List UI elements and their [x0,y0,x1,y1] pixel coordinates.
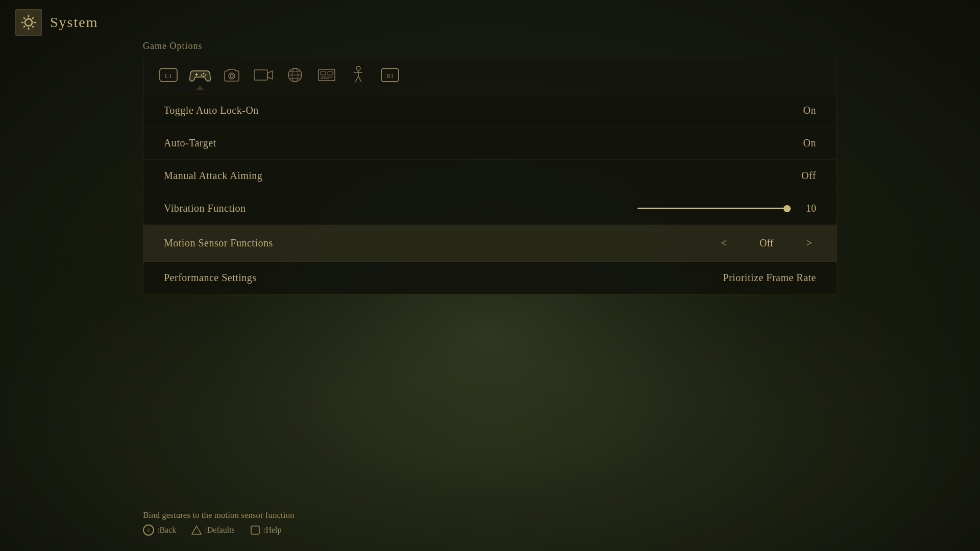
bottom-hint: Bind gestures to the motion sensor funct… [143,510,837,536]
triangle-button [191,525,202,535]
svg-point-31 [356,66,360,70]
vibration-slider-fill [638,208,791,209]
svg-rect-39 [251,526,259,534]
svg-point-17 [201,74,203,76]
hint-defaults-label: :Defaults [205,525,235,535]
svg-rect-20 [254,70,267,80]
motion-sensor-functions-label: Motion Sensor Functions [164,237,327,249]
hint-defaults: :Defaults [191,525,235,535]
auto-target-label: Auto-Target [164,137,327,149]
gear-icon [15,9,42,36]
vibration-function-label: Vibration Function [164,203,327,214]
vibration-slider-thumb[interactable] [783,205,791,212]
svg-point-16 [203,76,205,78]
toggle-auto-lock-on-value: On [803,105,816,116]
performance-settings-label: Performance Settings [164,272,327,284]
svg-line-35 [358,76,361,82]
circle-button: ○ [143,524,154,536]
setting-row-performance-settings[interactable]: Performance Settings Prioritize Frame Ra… [143,262,837,294]
manual-attack-aiming-value: Off [801,170,816,182]
settings-panel: Toggle Auto Lock-On On Auto-Target On Ma… [143,94,837,294]
tab-accessibility[interactable] [344,64,373,89]
tab-camera[interactable] [217,64,247,89]
tab-hud[interactable] [312,64,341,89]
svg-marker-38 [192,526,201,534]
setting-row-motion-sensor-functions[interactable]: Motion Sensor Functions < Off > [143,225,837,262]
page-title: System [50,14,98,31]
hint-help-label: :Help [263,525,282,535]
section-label: Game Options [143,41,837,52]
manual-attack-aiming-label: Manual Attack Aiming [164,170,327,182]
tab-bar: L1 [143,59,837,94]
motion-sensor-prev-button[interactable]: < [717,235,730,251]
hint-back: ○ :Back [143,524,176,536]
motion-sensor-value: Off [746,237,787,249]
hint-back-label: :Back [157,525,176,535]
tab-l1[interactable]: L1 [154,64,183,89]
setting-row-auto-target[interactable]: Auto-Target On [143,127,837,160]
vibration-slider-track[interactable] [638,208,791,209]
tab-controller[interactable] [185,64,215,89]
svg-point-18 [229,73,235,79]
svg-point-15 [205,74,207,76]
main-panel: Game Options L1 [143,41,837,490]
svg-rect-27 [321,71,326,75]
tab-r1[interactable]: R1 [375,64,405,89]
vibration-slider-container[interactable]: 10 [638,203,816,214]
svg-point-14 [203,73,205,74]
toggle-auto-lock-on-label: Toggle Auto Lock-On [164,105,327,116]
square-button [250,525,260,535]
svg-rect-0 [15,9,42,36]
setting-row-toggle-auto-lock-on[interactable]: Toggle Auto Lock-On On [143,94,837,127]
tab-globe[interactable] [280,64,310,89]
hint-controls: ○ :Back :Defaults :Help [143,524,837,536]
auto-target-value: On [803,137,816,149]
svg-point-19 [230,74,233,78]
motion-sensor-next-button[interactable]: > [802,235,816,251]
performance-settings-value: Prioritize Frame Rate [723,272,816,284]
setting-row-manual-attack-aiming[interactable]: Manual Attack Aiming Off [143,160,837,192]
svg-text:R1: R1 [386,72,394,80]
vibration-slider-value: 10 [801,203,816,214]
tab-video[interactable] [249,64,278,89]
hint-help: :Help [250,525,282,535]
setting-row-vibration-function[interactable]: Vibration Function 10 [143,192,837,225]
svg-rect-28 [328,71,333,75]
svg-line-34 [355,76,358,82]
svg-text:L1: L1 [165,72,172,80]
header: System [0,0,980,45]
motion-sensor-arrow-selector[interactable]: < Off > [717,235,816,251]
hint-description: Bind gestures to the motion sensor funct… [143,510,837,520]
